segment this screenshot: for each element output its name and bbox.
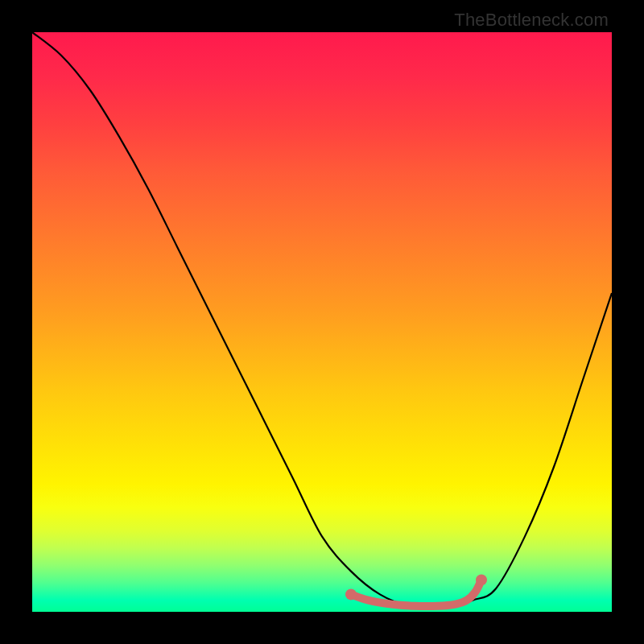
optimal-range: [351, 580, 481, 606]
chart-container: TheBottleneck.com: [0, 0, 644, 644]
watermark-label: TheBottleneck.com: [454, 10, 609, 31]
plot-area: [32, 32, 612, 612]
bottleneck-curve: [32, 32, 612, 607]
curve-layer: [32, 32, 612, 612]
optimal-start-dot: [345, 588, 357, 600]
optimal-end-dot: [476, 574, 487, 585]
